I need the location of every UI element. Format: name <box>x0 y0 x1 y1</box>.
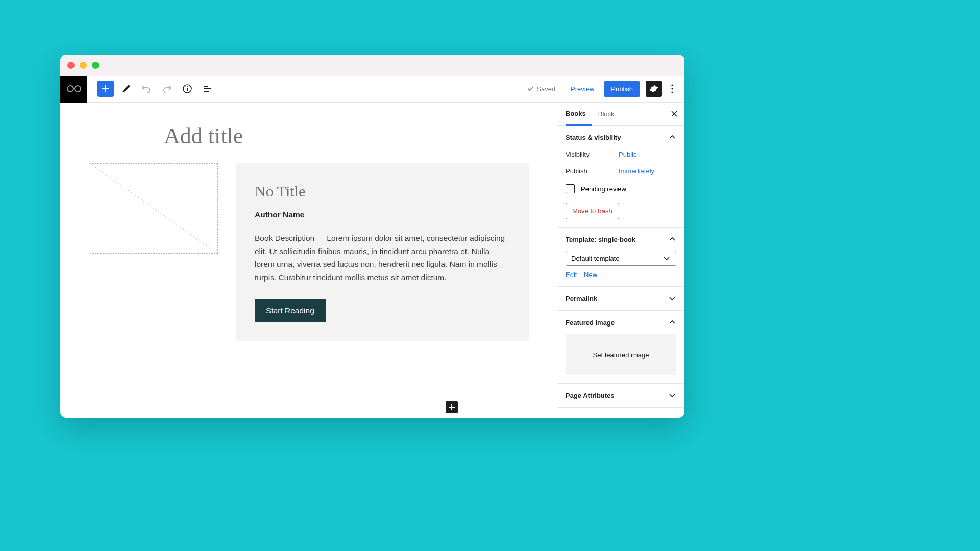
settings-toggle-button[interactable] <box>646 81 662 97</box>
chevron-up-icon <box>668 133 676 141</box>
permalink-panel: Permalink <box>557 287 684 311</box>
template-select-value: Default template <box>571 255 620 262</box>
visibility-value[interactable]: Public <box>619 151 636 158</box>
chevron-up-icon <box>668 235 676 243</box>
settings-sidebar: Books Block Status & visibility Visibili… <box>557 103 684 418</box>
start-reading-button[interactable]: Start Reading <box>255 299 326 322</box>
svg-point-5 <box>671 91 673 93</box>
preview-button[interactable]: Preview <box>565 81 600 97</box>
permalink-heading[interactable]: Permalink <box>557 287 684 310</box>
pending-review-row[interactable]: Pending review <box>566 184 676 193</box>
add-block-button[interactable] <box>97 81 114 97</box>
app-window: Saved Preview Publish Add title No Title… <box>60 55 684 418</box>
details-button[interactable] <box>179 81 195 97</box>
featured-image-heading[interactable]: Featured image <box>566 318 676 327</box>
redo-icon <box>162 84 172 94</box>
post-title-input[interactable]: Add title <box>164 123 542 149</box>
page-attributes-panel: Page Attributes <box>557 384 684 408</box>
plus-icon <box>101 84 110 93</box>
check-icon <box>527 85 534 92</box>
saved-status: Saved <box>527 85 562 93</box>
publish-button[interactable]: Publish <box>604 81 640 97</box>
featured-image-panel: Featured image Set featured image <box>557 311 684 384</box>
select-tool-button[interactable] <box>118 81 134 97</box>
template-edit-link[interactable]: Edit <box>566 271 577 279</box>
book-author[interactable]: Author Name <box>255 210 510 219</box>
saved-label: Saved <box>536 85 555 93</box>
redo-button[interactable] <box>159 81 175 97</box>
move-to-trash-button[interactable]: Move to trash <box>566 203 619 219</box>
visibility-label: Visibility <box>566 151 619 158</box>
window-close-button[interactable] <box>67 62 75 69</box>
book-title[interactable]: No Title <box>255 183 510 200</box>
more-options-button[interactable] <box>664 81 680 97</box>
undo-icon <box>141 84 152 94</box>
editor-topbar: Saved Preview Publish <box>60 76 684 103</box>
publish-time-row: Publish Immediately <box>566 167 676 175</box>
status-visibility-panel: Status & visibility Visibility Public Pu… <box>557 126 684 228</box>
svg-point-3 <box>671 84 673 86</box>
chevron-down-icon <box>668 391 676 399</box>
tab-books[interactable]: Books <box>566 103 592 126</box>
window-minimize-button[interactable] <box>80 62 87 69</box>
template-select[interactable]: Default template <box>566 251 676 266</box>
kebab-icon <box>671 84 673 93</box>
gear-icon <box>649 84 658 93</box>
tab-block[interactable]: Block <box>598 103 621 124</box>
outline-button[interactable] <box>200 81 216 97</box>
book-description[interactable]: Book Description — Lorem ipsum dolor sit… <box>255 232 510 284</box>
publish-label: Publish <box>566 167 619 175</box>
template-heading[interactable]: Template: single-book <box>566 235 676 243</box>
image-placeholder[interactable] <box>90 163 218 254</box>
window-maximize-button[interactable] <box>92 62 99 69</box>
undo-button[interactable] <box>138 81 155 97</box>
close-icon <box>671 110 678 117</box>
template-panel: Template: single-book Default template E… <box>557 228 684 287</box>
chevron-down-icon <box>663 254 671 262</box>
goggles-icon <box>67 84 81 93</box>
editor-canvas[interactable]: Add title No Title Author Name Book Desc… <box>60 103 557 418</box>
chevron-down-icon <box>668 294 676 303</box>
pending-review-label: Pending review <box>581 185 626 193</box>
info-icon <box>182 84 192 94</box>
site-logo-button[interactable] <box>60 76 87 103</box>
svg-line-6 <box>90 164 218 254</box>
svg-point-1 <box>75 86 81 92</box>
sidebar-tabs: Books Block <box>557 103 684 126</box>
chevron-up-icon <box>668 318 676 327</box>
add-block-inline-button[interactable] <box>446 401 458 413</box>
pencil-icon <box>121 84 131 94</box>
window-titlebar <box>60 55 684 76</box>
page-attributes-heading[interactable]: Page Attributes <box>557 384 684 407</box>
svg-point-0 <box>67 86 74 92</box>
publish-value[interactable]: Immediately <box>619 167 654 175</box>
sidebar-close-button[interactable] <box>669 109 679 119</box>
template-new-link[interactable]: New <box>584 271 597 279</box>
set-featured-image-button[interactable]: Set featured image <box>566 334 676 375</box>
visibility-row: Visibility Public <box>566 151 676 158</box>
status-visibility-heading[interactable]: Status & visibility <box>566 133 676 141</box>
list-icon <box>203 84 213 94</box>
plus-icon <box>448 404 455 411</box>
book-card: No Title Author Name Book Description — … <box>236 163 529 341</box>
pending-review-checkbox[interactable] <box>566 184 575 193</box>
svg-point-4 <box>671 88 673 89</box>
